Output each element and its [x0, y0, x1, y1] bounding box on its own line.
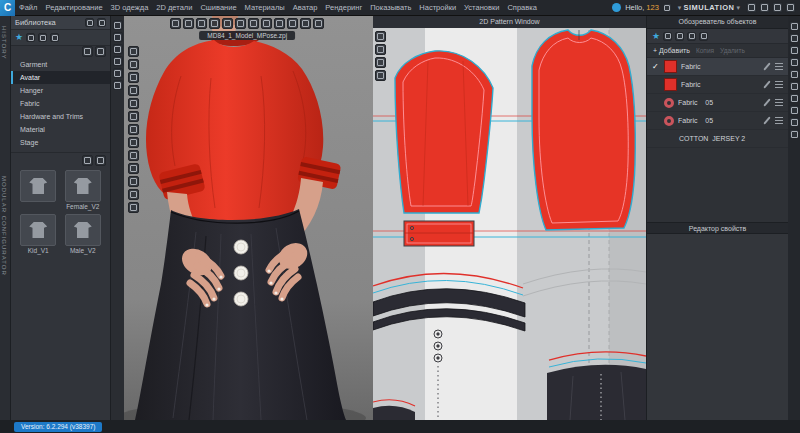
menu-edit[interactable]: Редактирование: [41, 0, 106, 16]
toolbar-icon[interactable]: [759, 2, 770, 13]
fabric-swatch[interactable]: [664, 78, 677, 91]
avatar-thumbnail[interactable]: [17, 170, 60, 210]
browser-tab-icon[interactable]: [663, 32, 672, 41]
menu-icon[interactable]: [775, 63, 783, 70]
modular-configurator-tab[interactable]: MODULAR CONFIGURATOR: [1, 176, 7, 276]
gift-icon[interactable]: [663, 3, 672, 12]
toolbar-icon[interactable]: [785, 2, 796, 13]
library-item-stage[interactable]: Stage: [11, 136, 110, 149]
menu-preferences[interactable]: Настройки: [415, 0, 460, 16]
trim-swatch[interactable]: [664, 116, 674, 126]
toolbar-icon[interactable]: [375, 31, 386, 42]
toolbar-icon[interactable]: [128, 137, 139, 148]
avatar-thumbnail[interactable]: Male_V2: [62, 214, 105, 254]
menu-2d-pattern[interactable]: 2D детали: [152, 0, 196, 16]
library-item-avatar[interactable]: Avatar: [11, 71, 110, 84]
toolbar-icon[interactable]: [375, 57, 386, 68]
toolbar-icon[interactable]: [789, 57, 799, 67]
2d-pattern-window[interactable]: 2D Pattern Window: [373, 16, 646, 420]
toolbar-icon[interactable]: [313, 18, 324, 29]
delete-button[interactable]: Удалить: [720, 47, 745, 54]
add-fabric-button[interactable]: + Добавить: [653, 47, 690, 54]
toolbar-icon[interactable]: [128, 111, 139, 122]
toolbar-icon[interactable]: [82, 155, 93, 166]
fabric-list-item[interactable]: Fabric: [647, 76, 788, 94]
copy-button[interactable]: Копия: [696, 47, 714, 54]
toolbar-icon[interactable]: [746, 2, 757, 13]
toolbar-icon[interactable]: [82, 46, 93, 57]
toolbar-icon[interactable]: [128, 176, 139, 187]
toolbar-icon[interactable]: [95, 46, 106, 57]
library-item-garment[interactable]: Garment: [11, 58, 110, 71]
menu-sewing[interactable]: Сшивание: [196, 0, 240, 16]
avatar-thumbnail[interactable]: Female_V2: [62, 170, 105, 210]
menu-icon[interactable]: [775, 117, 783, 124]
menu-3d-garment[interactable]: 3D одежда: [107, 0, 153, 16]
menu-help[interactable]: Справка: [503, 0, 540, 16]
browser-tab-icon[interactable]: [675, 32, 684, 41]
toolbar-icon[interactable]: [789, 33, 799, 43]
edit-icon[interactable]: [763, 116, 771, 125]
toolbar-icon[interactable]: [113, 56, 123, 66]
trim-swatch[interactable]: [664, 98, 674, 108]
toolbar-icon[interactable]: [196, 18, 207, 29]
browser-tab-icon[interactable]: [687, 32, 696, 41]
toolbar-icon[interactable]: [128, 124, 139, 135]
toolbar-icon[interactable]: [789, 69, 799, 79]
fabric-list-item[interactable]: ✓ Fabric: [647, 58, 788, 76]
toolbar-icon[interactable]: [209, 18, 220, 29]
toolbar-icon[interactable]: [789, 45, 799, 55]
toolbar-icon[interactable]: [113, 32, 123, 42]
menu-avatar[interactable]: Аватар: [289, 0, 322, 16]
edit-icon[interactable]: [763, 80, 771, 89]
toolbar-icon[interactable]: [789, 117, 799, 127]
username-link[interactable]: 123: [646, 3, 659, 12]
toolbar-icon[interactable]: [113, 80, 123, 90]
toolbar-icon[interactable]: [128, 98, 139, 109]
toolbar-icon[interactable]: [128, 189, 139, 200]
library-tab-icon[interactable]: [38, 33, 47, 42]
menu-render[interactable]: Рендеринг: [321, 0, 366, 16]
library-item-fabric[interactable]: Fabric: [11, 97, 110, 110]
3d-avatar-scene[interactable]: [111, 16, 373, 420]
toolbar-icon[interactable]: [128, 150, 139, 161]
library-item-material[interactable]: Material: [11, 123, 110, 136]
menu-icon[interactable]: [775, 81, 783, 88]
toolbar-icon[interactable]: [128, 59, 139, 70]
toolbar-icon[interactable]: [183, 18, 194, 29]
menu-materials[interactable]: Материалы: [241, 0, 289, 16]
toolbar-icon[interactable]: [222, 18, 233, 29]
library-item-hanger[interactable]: Hanger: [11, 84, 110, 97]
toolbar-icon[interactable]: [274, 18, 285, 29]
toolbar-icon[interactable]: [113, 44, 123, 54]
toolbar-icon[interactable]: [128, 46, 139, 57]
menu-file[interactable]: Файл: [15, 0, 41, 16]
toolbar-icon[interactable]: [375, 44, 386, 55]
toolbar-icon[interactable]: [375, 70, 386, 81]
fabric-list-item[interactable]: Fabric__05: [647, 94, 788, 112]
fabric-list-item[interactable]: COTTON_JERSEY 2: [647, 130, 788, 148]
toolbar-icon[interactable]: [789, 21, 799, 31]
2d-pattern-canvas[interactable]: [373, 16, 646, 420]
menu-display[interactable]: Показывать: [366, 0, 415, 16]
toolbar-icon[interactable]: [113, 68, 123, 78]
toolbar-icon[interactable]: [95, 155, 106, 166]
toolbar-icon[interactable]: [300, 18, 311, 29]
toolbar-icon[interactable]: [789, 105, 799, 115]
toolbar-icon[interactable]: [235, 18, 246, 29]
toolbar-icon[interactable]: [261, 18, 272, 29]
toolbar-icon[interactable]: [248, 18, 259, 29]
edit-icon[interactable]: [763, 62, 771, 71]
toolbar-icon[interactable]: [128, 202, 139, 213]
menu-icon[interactable]: [775, 99, 783, 106]
open-file-tab[interactable]: MD84_1_Model_MPose.zpj: [199, 31, 295, 40]
toolbar-icon[interactable]: [128, 72, 139, 83]
fabric-tab-icon[interactable]: ★: [652, 32, 660, 41]
3d-viewport[interactable]: MD84_1_Model_MPose.zpj: [111, 16, 373, 420]
toolbar-icon[interactable]: [128, 85, 139, 96]
toolbar-icon[interactable]: [789, 81, 799, 91]
simulation-toggle[interactable]: ▾ SIMULATION ▾: [678, 3, 740, 12]
library-menu-icon[interactable]: [85, 18, 94, 27]
toolbar-icon[interactable]: [113, 20, 123, 30]
toolbar-icon[interactable]: [128, 163, 139, 174]
